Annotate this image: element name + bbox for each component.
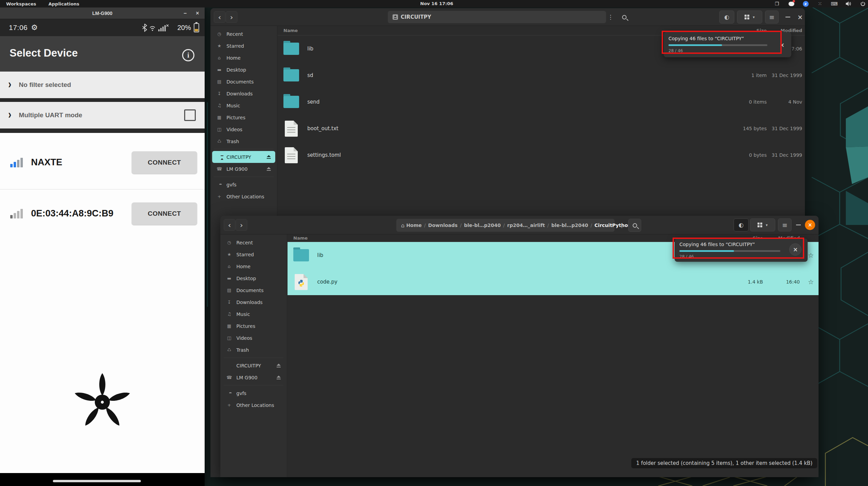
uart-mode-checkbox[interactable]: [184, 109, 196, 121]
sidebar-item-pictures[interactable]: ▦Pictures: [212, 111, 275, 123]
home-icon: ⌂: [216, 55, 222, 60]
view-toggle-button[interactable]: ▾: [737, 11, 762, 24]
close-button[interactable]: ×: [794, 11, 806, 24]
close-button[interactable]: ×: [192, 7, 203, 19]
sidebar-separator: [224, 385, 283, 385]
filter-row-multiple-uart[interactable]: › Multiple UART mode: [0, 102, 205, 128]
view-options-kebab[interactable]: ⋮: [605, 11, 616, 23]
breadcrumb-ble-p2040[interactable]: ble-bl…p2040: [461, 223, 503, 228]
eject-icon[interactable]: [266, 167, 271, 171]
search-button[interactable]: [628, 219, 641, 232]
column-name[interactable]: Name: [288, 236, 308, 241]
sidebar-item-starred[interactable]: ★Starred: [212, 40, 275, 52]
scatter-tiles-icon[interactable]: ⁙: [817, 1, 823, 7]
chevron-down-icon: ▾: [766, 223, 768, 227]
file-row-settings-toml[interactable]: settings.toml 0 bytes 31 Dec 1999: [278, 142, 805, 168]
sidebar-item-downloads[interactable]: ↧Downloads: [222, 296, 285, 308]
breadcrumb-home[interactable]: Home: [404, 223, 424, 228]
sidebar-item-other-locations[interactable]: +Other Locations: [222, 399, 285, 411]
back-button[interactable]: ‹: [224, 219, 235, 231]
breadcrumb[interactable]: ⌂ Home / Downloads / ble-bl…p2040 / rp20…: [396, 219, 615, 232]
eject-icon[interactable]: [276, 364, 281, 367]
sidebar-item-videos[interactable]: ◫Videos: [212, 123, 275, 135]
sidebar-item-lm-g900[interactable]: ☎LM G900: [222, 371, 285, 383]
breadcrumb-rp204-airlift[interactable]: rp204…_airlift: [505, 223, 547, 228]
cancel-copy-button[interactable]: ×: [789, 243, 801, 256]
sidebar-item-circuitpy[interactable]: CIRCUITPY: [212, 151, 275, 163]
power-icon[interactable]: [860, 1, 866, 7]
applications-menu[interactable]: Applications: [42, 1, 86, 6]
file-name: send: [307, 99, 320, 105]
minimize-button[interactable]: [782, 11, 794, 24]
star-toggle-icon[interactable]: ☆: [808, 252, 814, 259]
device-row-mac-address[interactable]: 0E:03:44:A8:9C:B9 CONNECT: [0, 192, 205, 236]
sidebar-item-documents[interactable]: ▤Documents: [222, 284, 285, 296]
window-stack-icon[interactable]: ❐: [774, 1, 780, 7]
file-row-boot-out-txt[interactable]: boot_out.txt 145 bytes 31 Dec 1999: [278, 115, 805, 142]
column-name[interactable]: Name: [278, 28, 298, 33]
home-indicator[interactable]: [53, 480, 141, 482]
file-row-code-py-selected[interactable]: code.py 1.4 kB 16:40 ☆: [288, 269, 819, 295]
close-button[interactable]: ×: [805, 220, 815, 230]
sidebar-item-starred[interactable]: ★Starred: [222, 248, 285, 260]
sidebar-item-desktop[interactable]: ▬Desktop: [212, 64, 275, 76]
clock[interactable]: Nov 16 17:06: [420, 1, 453, 6]
zoom-icon[interactable]: z: [803, 1, 809, 7]
sidebar-item-desktop[interactable]: ▬Desktop: [222, 272, 285, 284]
phone-icon: ☎: [226, 375, 232, 380]
eject-icon[interactable]: [276, 376, 281, 379]
device-row-naxte[interactable]: NAXTE CONNECT: [0, 140, 205, 185]
forward-button[interactable]: ›: [236, 219, 247, 231]
location-bar[interactable]: CIRCUITPY: [388, 11, 606, 23]
volume-icon[interactable]: [845, 1, 852, 7]
hamburger-menu-button[interactable]: ≡: [778, 218, 792, 231]
hamburger-menu-button[interactable]: ≡: [765, 11, 779, 24]
document-icon: ▤: [226, 288, 232, 293]
file-row-send[interactable]: send 0 items 4 Nov: [278, 89, 805, 115]
sidebar-item-gvfs[interactable]: gvfs: [222, 387, 285, 399]
star-toggle-icon[interactable]: ☆: [808, 278, 814, 286]
view-options-kebab[interactable]: ⋮: [617, 219, 627, 231]
minimize-button[interactable]: [793, 218, 804, 231]
sidebar-item-pictures[interactable]: ▦Pictures: [222, 320, 285, 332]
sidebar-item-other-locations[interactable]: +Other Locations: [212, 191, 275, 202]
minimize-button[interactable]: –: [179, 7, 191, 19]
adjust-contrast-button[interactable]: ◐: [734, 218, 749, 231]
connect-button-mac[interactable]: CONNECT: [132, 202, 197, 225]
sidebar-item-lm-g900[interactable]: ☎LM G900: [212, 163, 275, 175]
workspaces-menu[interactable]: Workspaces: [0, 1, 42, 6]
sidebar-item-trash[interactable]: ♺Trash: [222, 344, 285, 356]
breadcrumb-downloads[interactable]: Downloads: [426, 223, 460, 228]
sidebar-label: Documents: [236, 288, 264, 293]
wifi-icon: [150, 27, 155, 29]
sidebar-item-recent[interactable]: ◷Recent: [222, 237, 285, 248]
sidebar-label: Downloads: [226, 91, 253, 96]
sidebar-item-downloads[interactable]: ↧Downloads: [212, 88, 275, 100]
info-icon[interactable]: i: [182, 49, 194, 61]
back-button[interactable]: ‹: [214, 11, 225, 23]
phone-window-titlebar[interactable]: LM-G900 – ×: [0, 7, 205, 19]
search-icon[interactable]: [618, 11, 630, 23]
search-lens-icon: [622, 15, 627, 19]
sidebar-item-videos[interactable]: ◫Videos: [222, 332, 285, 344]
sidebar-item-recent[interactable]: ◷Recent: [212, 28, 275, 40]
sidebar-item-home[interactable]: ⌂Home: [212, 52, 275, 64]
view-toggle-button[interactable]: ▾: [750, 218, 775, 231]
eject-icon[interactable]: [266, 155, 271, 159]
connect-button-naxte[interactable]: CONNECT: [132, 151, 197, 174]
sidebar-item-circuitpy[interactable]: CIRCUITPY: [222, 360, 285, 371]
sidebar-item-home[interactable]: ⌂Home: [222, 260, 285, 272]
filter-row-no-filter[interactable]: › No filter selected: [0, 72, 205, 98]
sidebar-item-music[interactable]: ♫Music: [222, 308, 285, 320]
file-row-sd[interactable]: sd 1 item 31 Dec 1999: [278, 62, 805, 89]
breadcrumb-ble-p2040-2[interactable]: ble-bl…p2040: [549, 223, 590, 228]
sidebar-item-gvfs[interactable]: gvfs: [212, 179, 275, 191]
keyboard-icon[interactable]: ⌨: [831, 1, 837, 7]
sidebar-item-music[interactable]: ♫Music: [212, 100, 275, 111]
forward-button[interactable]: ›: [226, 11, 237, 23]
sidebar-item-documents[interactable]: ▤Documents: [212, 76, 275, 88]
cancel-copy-icon[interactable]: ×: [780, 42, 784, 48]
sidebar-item-trash[interactable]: ♺Trash: [212, 135, 275, 147]
adjust-contrast-button[interactable]: ◐: [719, 11, 734, 24]
discord-icon[interactable]: [788, 1, 794, 7]
